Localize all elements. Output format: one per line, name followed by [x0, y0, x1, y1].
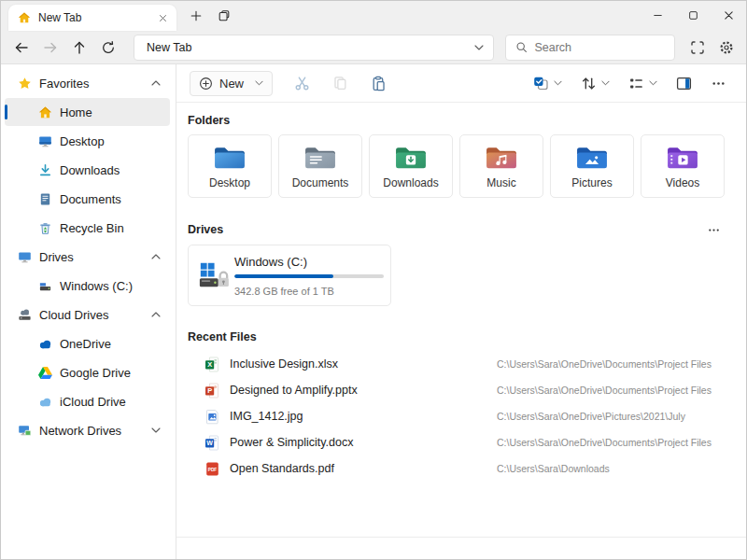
sidebar-item-desktop[interactable]: Desktop — [5, 127, 170, 155]
excel-icon: X — [204, 357, 220, 372]
forward-button[interactable] — [37, 35, 63, 60]
toolbar-cut-button[interactable] — [288, 70, 317, 97]
star-icon — [18, 77, 32, 91]
search-input[interactable] — [534, 41, 665, 54]
tab-list-button[interactable] — [212, 4, 236, 28]
folder-pictures-icon — [574, 144, 610, 172]
chevron-up-icon[interactable] — [151, 80, 161, 86]
drives-icon — [18, 250, 32, 264]
refresh-button[interactable] — [95, 35, 120, 60]
back-button[interactable] — [8, 35, 34, 60]
drive-name: Windows (C:) — [234, 255, 381, 269]
folder-card-pictures[interactable]: Pictures — [550, 134, 634, 198]
chevron-down-icon[interactable] — [474, 45, 484, 50]
sidebar-section-favorites[interactable]: Favorites — [5, 69, 170, 97]
settings-button[interactable] — [713, 35, 739, 60]
recent-file-inclusive-design-xlsx[interactable]: X Inclusive Design.xlsx C:\Users\Sara\On… — [188, 351, 724, 377]
folder-card-music[interactable]: Music — [459, 134, 543, 198]
onedrive-icon — [38, 337, 52, 351]
main-area: Favorites Home Desktop Downloads Documen… — [1, 64, 746, 559]
search-icon — [515, 41, 528, 53]
new-tab-button[interactable] — [184, 4, 208, 28]
compact-overlay-button[interactable] — [684, 35, 710, 60]
folders-heading: Folders — [188, 114, 724, 127]
close-button[interactable] — [711, 1, 746, 29]
toolbar-select-button[interactable] — [527, 70, 569, 97]
status-bar — [176, 537, 746, 559]
new-button[interactable]: New — [190, 71, 273, 96]
sidebar-item-recycle-bin[interactable]: Recycle Bin — [5, 214, 170, 242]
sidebar-item-google-drive[interactable]: Google Drive — [5, 358, 170, 386]
drive-card-windows-c[interactable]: Windows (C:) 342.8 GB free of 1 TB — [188, 245, 391, 306]
sidebar-item-downloads[interactable]: Downloads — [5, 156, 170, 184]
new-button-label: New — [219, 77, 244, 91]
drive-usage-bar — [234, 274, 384, 278]
tab-close-icon[interactable] — [159, 14, 167, 22]
sidebar-item-onedrive[interactable]: OneDrive — [5, 329, 170, 357]
hdd-icon — [38, 279, 52, 293]
cut-icon — [294, 76, 310, 91]
recent-file-designed-to-amplify-pptx[interactable]: P Designed to Amplify.pptx C:\Users\Sara… — [188, 377, 724, 403]
selection-indicator — [5, 105, 7, 119]
toolbar-view-group — [527, 70, 733, 97]
toolbar-details-pane-button[interactable] — [669, 70, 698, 97]
select-icon — [533, 76, 549, 91]
sidebar: Favorites Home Desktop Downloads Documen… — [1, 64, 176, 559]
recent-files-list: X Inclusive Design.xlsx C:\Users\Sara\On… — [188, 351, 724, 482]
folder-card-videos[interactable]: Videos — [641, 134, 725, 198]
drive-usage-fill — [234, 274, 333, 278]
tab-new-tab[interactable]: New Tab — [8, 5, 176, 31]
address-bar[interactable]: New Tab — [134, 35, 494, 61]
search-bar[interactable] — [505, 35, 675, 61]
downloads-icon — [38, 163, 52, 177]
network-drives-icon — [18, 424, 32, 438]
toolbar-layout-button[interactable] — [622, 70, 664, 97]
sidebar-item-documents[interactable]: Documents — [5, 185, 170, 213]
chevron-down-icon — [649, 80, 657, 86]
sidebar-section-drives[interactable]: Drives — [5, 243, 170, 271]
recent-file-img-1412-jpg[interactable]: IMG_1412.jpg C:\Users\Sara\OneDrive\Pict… — [188, 403, 724, 429]
icloud-icon — [38, 395, 52, 409]
folder-card-documents[interactable]: Documents — [278, 134, 362, 198]
sidebar-item-home[interactable]: Home — [5, 98, 170, 126]
folders-grid: Desktop Documents Downloads Music Pictur… — [188, 134, 724, 198]
copy-icon — [332, 76, 348, 91]
window-controls — [640, 1, 746, 29]
sidebar-section-cloud-drives[interactable]: Cloud Drives — [5, 301, 170, 329]
svg-text:P: P — [207, 386, 212, 395]
more-icon — [707, 223, 721, 237]
chevron-up-icon[interactable] — [151, 312, 161, 317]
folder-videos-icon — [665, 144, 700, 172]
plus-circle-icon — [199, 77, 213, 91]
cloud-drives-icon — [18, 308, 32, 322]
toolbar-paste-button[interactable] — [364, 70, 393, 97]
google-drive-icon — [38, 366, 52, 380]
recent-file-open-standards-pdf[interactable]: PDF Open Standards.pdf C:\Users\Sara\Dow… — [188, 455, 724, 482]
drive-free-text: 342.8 GB free of 1 TB — [234, 286, 381, 297]
panel-icon — [676, 76, 692, 91]
sidebar-section-network-drives[interactable]: Network Drives — [5, 416, 170, 444]
maximize-button[interactable] — [675, 1, 711, 29]
chevron-up-icon[interactable] — [151, 254, 161, 259]
recent-files-heading: Recent Files — [188, 330, 724, 343]
sidebar-item-icloud-drive[interactable]: iCloud Drive — [5, 387, 170, 415]
toolbar: New — [176, 64, 746, 103]
chevron-down-icon — [255, 80, 263, 86]
drives-section: Drives Windows (C:) 342.8 GB free of — [188, 222, 724, 306]
toolbar-more-button[interactable] — [704, 70, 733, 97]
drives-more-button[interactable] — [703, 222, 724, 237]
toolbar-sort-button[interactable] — [574, 70, 616, 97]
folder-card-downloads[interactable]: Downloads — [369, 134, 453, 198]
nav-buttons — [8, 35, 120, 60]
file-explorer-window: New Tab New Tab Favorites Home Desktop — [0, 0, 747, 560]
up-button[interactable] — [66, 35, 92, 60]
recycle-bin-icon — [38, 221, 52, 235]
recent-file-power-simplicity-docx[interactable]: W Power & Simplicity.docx C:\Users\Sara\… — [188, 429, 724, 455]
toolbar-copy-button[interactable] — [326, 70, 355, 97]
home-icon — [38, 105, 52, 119]
folder-card-desktop[interactable]: Desktop — [188, 134, 272, 198]
minimize-button[interactable] — [640, 1, 675, 29]
home-icon — [18, 11, 31, 24]
sidebar-item-windows-c[interactable]: Windows (C:) — [5, 272, 170, 300]
chevron-down-icon[interactable] — [151, 427, 161, 433]
